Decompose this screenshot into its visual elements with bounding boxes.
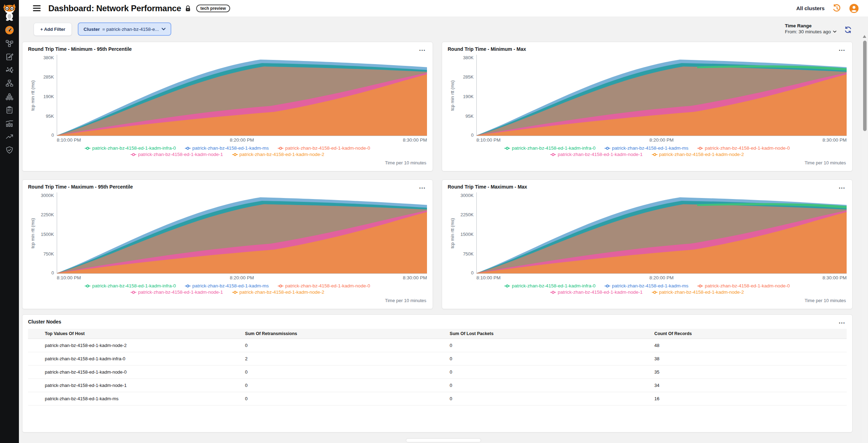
service-cluster-icon[interactable]: [5, 93, 14, 101]
infrastructure-sitemap-icon[interactable]: [5, 79, 14, 88]
legend-item[interactable]: patrick-zhan-bz-4158-ed-1-kadm-ms: [605, 283, 688, 288]
col-host[interactable]: Top Values Of Host: [28, 329, 241, 339]
time-range-value[interactable]: From: 30 minutes ago: [785, 29, 836, 34]
area-chart: tcp min rtt (ms) 3000K2250K1500K750K0: [448, 192, 847, 274]
filter-bar: + Add Filter Cluster = patrick-zhan-bz-4…: [22, 22, 853, 36]
col-retransmissions[interactable]: Sum Of Retransmissions: [241, 329, 446, 339]
main-area: Dashboard: Network Performance tech prev…: [19, 0, 868, 443]
refresh-icon[interactable]: [844, 26, 852, 35]
cluster-filter-pill[interactable]: Cluster = patrick-zhan-bz-4158-e...: [78, 22, 171, 36]
chevron-down-icon: [161, 28, 166, 30]
all-clusters-label[interactable]: All clusters: [796, 5, 825, 11]
legend-item[interactable]: patrick-zhan-bz-4158-ed-1-kadm-node-1: [550, 289, 642, 295]
table-header-row: Top Values Of Host Sum Of Retransmission…: [28, 329, 847, 339]
dashboard-content: + Add Filter Cluster = patrick-zhan-bz-4…: [19, 16, 868, 443]
cluster-filter-field: Cluster: [83, 27, 100, 32]
chart-legend: patrick-zhan-bz-4158-ed-1-kadm-infra-0 p…: [448, 283, 847, 295]
legend-item[interactable]: patrick-zhan-bz-4158-ed-1-kadm-node-0: [278, 145, 370, 151]
panel-title: Round Trip Time - Maximum - Max: [448, 184, 527, 190]
y-axis-ticks: 380K285K190K95K0: [37, 55, 57, 136]
y-axis-label: tcp min rtt (ms): [30, 80, 35, 111]
vertical-scrollbar-thumb[interactable]: [863, 41, 867, 131]
trend-arrow-icon[interactable]: [5, 132, 14, 141]
x-axis-note: Time per 10 minutes: [28, 298, 427, 303]
panel-options-button[interactable]: ...: [418, 46, 427, 51]
panel-rtt-min-95th: Round Trip Time - Minimum - 95th Percent…: [22, 42, 433, 171]
sidebar: [0, 0, 19, 443]
sidebar-nav: [5, 26, 14, 154]
scroll-up-arrow-icon[interactable]: [863, 35, 866, 38]
time-range-block: Time Range From: 30 minutes ago: [785, 23, 836, 34]
col-count-records[interactable]: Count Of Records: [650, 329, 847, 339]
y-axis-label: tcp min rtt (ms): [450, 218, 455, 248]
table-title: Cluster Nodes: [28, 319, 61, 325]
topology-icon[interactable]: [5, 39, 14, 48]
time-range-title: Time Range: [785, 23, 836, 28]
legend-item[interactable]: patrick-zhan-bz-4158-ed-1-kadm-node-1: [131, 289, 223, 295]
panel-title: Round Trip Time - Maximum - 95th Percent…: [28, 184, 133, 190]
legend-item[interactable]: patrick-zhan-bz-4158-ed-1-kadm-node-2: [232, 152, 324, 157]
area-chart: tcp min rtt (ms) 380K285K190K95K0: [448, 55, 847, 136]
top-header: Dashboard: Network Performance tech prev…: [19, 0, 868, 16]
chart-legend: patrick-zhan-bz-4158-ed-1-kadm-infra-0 p…: [448, 145, 847, 157]
menu-hamburger-icon[interactable]: [33, 5, 41, 11]
legend-item[interactable]: patrick-zhan-bz-4158-ed-1-kadm-node-0: [697, 145, 790, 151]
chart-legend: patrick-zhan-bz-4158-ed-1-kadm-infra-0 p…: [28, 283, 427, 295]
legend-item[interactable]: patrick-zhan-bz-4158-ed-1-kadm-node-1: [550, 152, 642, 157]
panel-title: Round Trip Time - Minimum - Max: [448, 46, 526, 52]
legend-item[interactable]: patrick-zhan-bz-4158-ed-1-kadm-ms: [185, 283, 269, 288]
panel-options-button[interactable]: ...: [837, 184, 847, 189]
x-axis-ticks: 8:10:00 PM8:20:00 PM8:30:00 PM: [57, 137, 427, 143]
logs-clipboard-icon[interactable]: [5, 106, 14, 114]
legend-item[interactable]: patrick-zhan-bz-4158-ed-1-kadm-infra-0: [85, 145, 176, 151]
legend-item[interactable]: patrick-zhan-bz-4158-ed-1-kadm-node-2: [232, 289, 324, 295]
plot-area[interactable]: [476, 55, 847, 136]
table-row[interactable]: patrick-zhan-bz-4158-ed-1-kadm-node-2004…: [28, 339, 847, 352]
legend-item[interactable]: patrick-zhan-bz-4158-ed-1-kadm-node-1: [131, 152, 223, 157]
table-row[interactable]: patrick-zhan-bz-4158-ed-1-kadm-node-0003…: [28, 366, 847, 379]
legend-item[interactable]: patrick-zhan-bz-4158-ed-1-kadm-infra-0: [504, 145, 595, 151]
legend-item[interactable]: patrick-zhan-bz-4158-ed-1-kadm-infra-0: [85, 283, 176, 288]
legend-item[interactable]: patrick-zhan-bz-4158-ed-1-kadm-ms: [605, 145, 688, 151]
panel-title: Round Trip Time - Minimum - 95th Percent…: [28, 46, 132, 52]
time-range-area: Time Range From: 30 minutes ago: [785, 23, 853, 35]
panel-options-button[interactable]: ...: [418, 184, 427, 189]
table-row[interactable]: patrick-zhan-bz-4158-ed-1-kadm-ms0016: [28, 392, 847, 405]
col-lost-packets[interactable]: Sum Of Lost Packets: [446, 329, 650, 339]
x-axis-ticks: 8:10:00 PM8:20:00 PM8:30:00 PM: [476, 137, 847, 143]
cat-logo-icon[interactable]: [2, 3, 17, 21]
chevron-down-icon: [833, 30, 836, 33]
horizontal-scrollbar-thumb[interactable]: [406, 439, 481, 442]
panel-rtt-max-max: Round Trip Time - Maximum - Max ... tcp …: [442, 179, 853, 309]
legend-item[interactable]: patrick-zhan-bz-4158-ed-1-kadm-ms: [185, 145, 269, 151]
security-shield-icon[interactable]: [5, 146, 14, 154]
y-axis-ticks: 3000K2250K1500K750K0: [457, 192, 476, 274]
legend-item[interactable]: patrick-zhan-bz-4158-ed-1-kadm-node-0: [697, 283, 790, 288]
report-edit-icon[interactable]: [5, 53, 14, 61]
legend-item[interactable]: patrick-zhan-bz-4158-ed-1-kadm-node-2: [652, 289, 744, 295]
plot-area[interactable]: [57, 192, 427, 274]
x-axis-note: Time per 10 minutes: [448, 298, 847, 303]
plot-area[interactable]: [476, 192, 847, 274]
dashboard-gauge-icon[interactable]: [5, 26, 14, 34]
x-axis-ticks: 8:10:00 PM8:20:00 PM8:30:00 PM: [57, 275, 427, 280]
table-row[interactable]: patrick-zhan-bz-4158-ed-1-kadm-node-1003…: [28, 379, 847, 392]
plot-area[interactable]: [57, 55, 427, 136]
x-axis-note: Time per 10 minutes: [28, 160, 427, 165]
y-axis-ticks: 3000K2250K1500K750K0: [37, 192, 57, 274]
panel-options-button[interactable]: ...: [837, 46, 847, 51]
metrics-bar-chart-icon[interactable]: [5, 119, 14, 128]
add-filter-button[interactable]: + Add Filter: [34, 23, 72, 36]
user-avatar-icon[interactable]: [849, 4, 859, 13]
table-row[interactable]: patrick-zhan-bz-4158-ed-1-kadm-infra-020…: [28, 352, 847, 366]
trace-molecule-icon[interactable]: [5, 66, 14, 74]
tech-preview-badge: tech preview: [196, 5, 230, 12]
legend-item[interactable]: patrick-zhan-bz-4158-ed-1-kadm-infra-0: [504, 283, 595, 288]
y-axis-label: tcp min rtt (ms): [450, 80, 455, 111]
page-title: Dashboard: Network Performance: [48, 4, 181, 13]
legend-item[interactable]: patrick-zhan-bz-4158-ed-1-kadm-node-2: [652, 152, 744, 157]
panel-cluster-nodes: Cluster Nodes ... Top Values Of Host Sum…: [22, 314, 853, 432]
legend-item[interactable]: patrick-zhan-bz-4158-ed-1-kadm-node-0: [278, 283, 370, 288]
panel-options-button[interactable]: ...: [837, 319, 847, 324]
history-icon[interactable]: [832, 4, 841, 13]
